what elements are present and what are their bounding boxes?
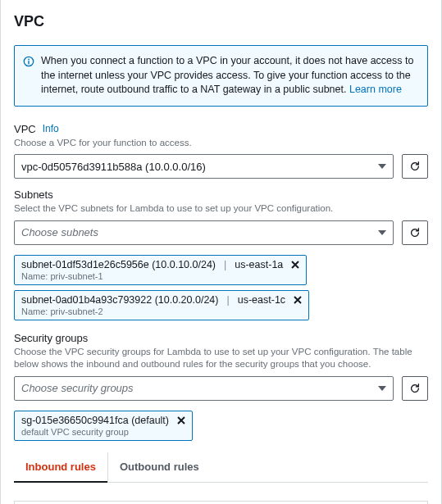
chevron-down-icon [378, 386, 386, 391]
learn-more-link[interactable]: Learn more [349, 84, 402, 95]
security-groups-select[interactable]: Choose security groups [14, 376, 394, 401]
security-groups-label: Security groups [14, 332, 88, 344]
vpc-info-alert: When you connect a function to a VPC in … [14, 45, 428, 107]
tab-outbound-rules[interactable]: Outbound rules [107, 452, 211, 483]
info-icon [23, 56, 34, 67]
chevron-down-icon [378, 164, 386, 169]
security-group-token: sg-015e36650c9941fca (default) default V… [14, 411, 193, 441]
security-group-name: default VPC security group [21, 427, 185, 437]
subnet-token: subnet-0ad01b4a93c793922 (10.0.20.0/24) … [14, 290, 309, 320]
rules-table-card: 〈 1 〉 Security group ID Protocol Ports S… [14, 501, 428, 504]
remove-subnet-button[interactable] [294, 296, 302, 304]
subnets-helper: Select the VPC subnets for Lambda to use… [14, 202, 428, 216]
security-group-id: sg-015e36650c9941fca (default) [21, 415, 169, 426]
subnets-select[interactable]: Choose subnets [14, 220, 394, 245]
subnets-refresh-button[interactable] [402, 220, 428, 245]
vpc-select[interactable]: vpc-0d50576d3911b588a (10.0.0.0/16) [14, 154, 394, 179]
subnet-id: subnet-0ad01b4a93c793922 (10.0.20.0/24) [21, 294, 218, 306]
remove-security-group-button[interactable] [177, 416, 185, 425]
page-title: VPC [14, 13, 428, 30]
close-icon [177, 416, 185, 425]
vpc-info-link[interactable]: Info [43, 123, 59, 134]
refresh-icon [409, 383, 421, 394]
vpc-refresh-button[interactable] [402, 154, 428, 179]
vpc-label: VPC [14, 123, 36, 135]
close-icon [291, 261, 299, 269]
security-groups-refresh-button[interactable] [402, 376, 428, 401]
svg-point-1 [28, 59, 30, 61]
refresh-icon [409, 161, 421, 172]
subnet-zone: us-east-1c [238, 294, 285, 306]
close-icon [294, 296, 302, 304]
rules-tabs: Inbound rules Outbound rules [14, 452, 428, 483]
subnet-name: Name: priv-subnet-2 [21, 306, 302, 316]
refresh-icon [409, 227, 421, 238]
subnets-placeholder: Choose subnets [21, 226, 98, 238]
subnet-zone: us-east-1a [235, 259, 283, 270]
security-groups-helper: Choose the VPC security groups for Lambd… [14, 346, 428, 371]
chevron-down-icon [378, 230, 386, 235]
tab-inbound-rules[interactable]: Inbound rules [14, 452, 107, 483]
subnet-id: subnet-01df53d1e26c5956e (10.0.10.0/24) [21, 259, 216, 270]
vpc-select-value: vpc-0d50576d3911b588a (10.0.0.0/16) [21, 161, 206, 173]
subnet-token: subnet-01df53d1e26c5956e (10.0.10.0/24) … [14, 255, 307, 285]
remove-subnet-button[interactable] [291, 261, 299, 269]
subnets-label: Subnets [14, 188, 53, 201]
vpc-helper: Choose a VPC for your function to access… [14, 137, 428, 150]
security-groups-placeholder: Choose security groups [21, 382, 134, 394]
svg-rect-2 [28, 61, 29, 64]
subnet-name: Name: priv-subnet-1 [21, 271, 299, 281]
